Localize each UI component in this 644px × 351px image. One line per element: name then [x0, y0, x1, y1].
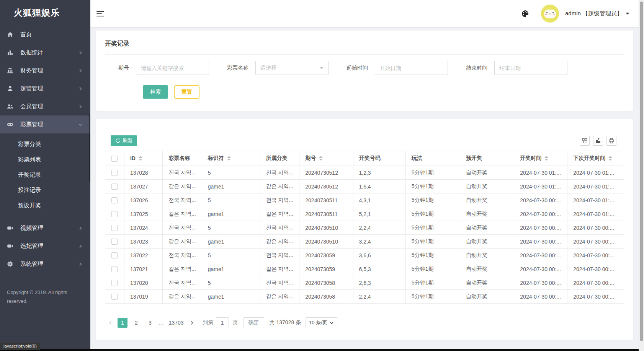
chevron-down-icon [320, 67, 324, 69]
column-header: 玩法 [412, 155, 422, 162]
sidebar-item-2[interactable]: 数据统计 [0, 44, 90, 62]
filter-input[interactable] [136, 61, 209, 75]
table-cell: 같은 지역... [163, 207, 202, 221]
row-checkbox[interactable] [111, 197, 118, 203]
table-cell: 2024-07-30 00:... [514, 249, 567, 262]
row-checkbox[interactable] [111, 225, 118, 231]
page-number-1[interactable]: 1 [118, 318, 127, 328]
user-avatar[interactable] [541, 5, 559, 23]
export-icon[interactable] [593, 136, 603, 146]
column-header: 期号 [305, 155, 316, 162]
row-checkbox[interactable] [111, 280, 118, 286]
row-checkbox[interactable] [111, 266, 118, 272]
sidebar-item-3[interactable]: 财务管理 [0, 62, 90, 80]
sort-icon[interactable] [608, 156, 612, 161]
table-cell: 137021 [124, 262, 162, 276]
filter-input[interactable] [494, 61, 567, 75]
sidebar-subitem[interactable]: 彩票分类 [0, 136, 90, 152]
refresh-button[interactable]: 刷新 [111, 135, 137, 146]
table-cell: 2024-07-30 01:... [514, 166, 567, 180]
table-cell: 2024073059 [299, 262, 353, 276]
table-cell: 自动开奖 [460, 249, 514, 262]
chevron-down-icon[interactable] [626, 13, 629, 15]
per-page-select[interactable]: 10 条/页 [306, 317, 337, 328]
sort-icon[interactable] [227, 156, 231, 161]
filter-field: 期号 [105, 61, 209, 75]
sidebar-item-label: 首页 [20, 31, 83, 38]
sidebar-item-8[interactable]: 选妃管理 [0, 237, 90, 255]
table-tools [576, 136, 616, 146]
table-cell: 自动开奖 [460, 207, 514, 221]
table-cell: 같은 지역... [260, 180, 299, 193]
page-number-3[interactable]: 3 [145, 318, 155, 328]
table-cell: 2024-07-30 00:... [514, 193, 567, 207]
row-checkbox[interactable] [111, 170, 118, 176]
page-title: 开奖记录 [105, 31, 624, 55]
search-button[interactable]: 检索 [143, 85, 168, 99]
sort-icon[interactable] [139, 156, 142, 161]
sidebar-item-1[interactable]: 首页 [0, 26, 90, 44]
sidebar-subitem[interactable]: 彩票列表 [0, 152, 90, 167]
row-checkbox[interactable] [111, 184, 118, 190]
sort-icon[interactable] [319, 156, 323, 161]
table-cell: 2024-07-30 00:... [567, 249, 624, 262]
goto-page-input[interactable] [216, 317, 229, 328]
table-cell: 137025 [124, 207, 162, 221]
next-page-icon[interactable] [187, 318, 197, 328]
window-bottom-edge [0, 349, 639, 351]
sidebar-subitem[interactable]: 开奖记录 [0, 167, 90, 182]
page-scrollbar[interactable] [639, 0, 644, 351]
filter-columns-icon[interactable] [580, 136, 590, 146]
filter-input[interactable] [375, 61, 448, 75]
select-all-checkbox[interactable] [111, 156, 118, 162]
table-cell: 5 [202, 221, 260, 235]
table-toolbar: 刷新 [105, 135, 624, 146]
table-cell: 20240730511 [299, 193, 353, 207]
table-cell: 自动开奖 [460, 221, 514, 235]
sidebar-subitem[interactable]: 预设开奖 [0, 198, 90, 213]
sidebar-item-7[interactable]: 视频管理 [0, 219, 90, 237]
row-checkbox[interactable] [111, 239, 118, 245]
table-cell: 20240730510 [299, 235, 353, 249]
row-checkbox[interactable] [111, 294, 118, 300]
reset-button[interactable]: 重置 [174, 85, 199, 99]
video-icon [7, 243, 13, 249]
column-header: 所属分类 [266, 155, 288, 162]
sidebar-item-5[interactable]: 会员管理 [0, 98, 90, 115]
sort-icon[interactable] [544, 156, 548, 161]
records-table: ID彩票名称标识符所属分类期号开奖号码玩法预开奖开奖时间下次开奖时间137028… [105, 151, 624, 304]
user-menu[interactable]: admin 【超级管理员】 [565, 10, 623, 17]
table-row: 137019같은 지역...game1같은 지역...20240730582,2… [105, 290, 624, 304]
scrollbar-thumb[interactable] [640, 2, 643, 341]
table-cell: 같은 지역... [163, 290, 202, 304]
goto-confirm-button[interactable]: 确定 [244, 317, 264, 328]
table-cell: 自动开奖 [460, 276, 514, 290]
prev-page-icon[interactable] [106, 318, 116, 328]
chevron-right-icon [77, 50, 83, 56]
theme-palette-icon[interactable] [521, 10, 530, 18]
filter-field: 起始时间 [344, 61, 448, 75]
sidebar-scrollbar[interactable] [89, 114, 90, 182]
sidebar-item-label: 彩票管理 [20, 121, 77, 128]
table-cell: game1 [202, 180, 260, 193]
lottery-name-select[interactable]: 请选择 [255, 61, 329, 75]
print-icon[interactable] [606, 136, 616, 146]
page-number-2[interactable]: 2 [131, 318, 141, 328]
menu-collapse-icon[interactable] [96, 10, 105, 18]
table-cell: 5 [202, 166, 260, 180]
sidebar-item-4[interactable]: 超管管理 [0, 80, 90, 98]
row-checkbox[interactable] [111, 211, 118, 217]
table-cell: 2024-07-30 00:... [514, 276, 567, 290]
sidebar-subitem[interactable]: 投注记录 [0, 182, 90, 198]
field-label: 期号 [105, 65, 136, 72]
table-cell: 137023 [124, 235, 162, 249]
page-number-13703[interactable]: 13703 [168, 318, 185, 328]
row-checkbox[interactable] [111, 252, 118, 258]
sidebar-item-9[interactable]: 系统管理 [0, 255, 90, 273]
sidebar-item-label: 会员管理 [20, 103, 77, 110]
sidebar-item-6[interactable]: 彩票管理 [0, 115, 90, 133]
table-cell: 3,6,6 [353, 249, 405, 262]
copyright-text: Copyright © 2019. All rights reserved. [7, 288, 83, 306]
table-cell: 2024-07-30 01:... [514, 180, 567, 193]
table-cell: 20240730511 [299, 207, 353, 221]
